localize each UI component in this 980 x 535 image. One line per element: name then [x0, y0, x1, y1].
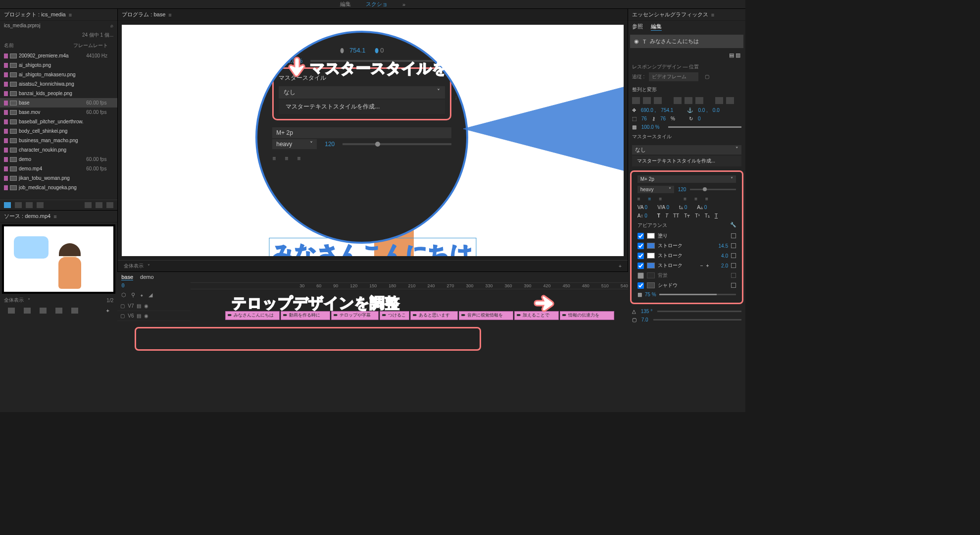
new-bin-icon[interactable] — [85, 202, 92, 208]
asset-row[interactable]: jikan_tobu_woman.png — [0, 173, 117, 183]
align-left-icon[interactable]: ≡ — [637, 196, 640, 202]
eyedropper-icon[interactable] — [731, 243, 736, 248]
source-monitor[interactable] — [2, 224, 115, 294]
asset-row[interactable]: demo.mp460.00 fps — [0, 164, 117, 173]
mark-out-icon[interactable] — [71, 308, 78, 314]
asset-row[interactable]: aisatsu2_konnichiwa.png — [0, 79, 117, 89]
new-layer-icon[interactable]: ▤ — [729, 52, 734, 58]
pin-box-icon[interactable]: ▢ — [705, 74, 709, 79]
pos-x[interactable]: 690.0 , — [641, 107, 656, 113]
eyedropper-icon[interactable] — [731, 263, 736, 268]
anchor-y[interactable]: 0.0 — [713, 107, 720, 113]
layer-item[interactable]: ◉ T みなさんこんにちは — [630, 35, 743, 48]
asset-row[interactable]: base60.00 fps — [0, 98, 117, 107]
plus-icon[interactable]: + — [706, 263, 709, 268]
scale-h[interactable]: 76 — [660, 116, 666, 121]
asset-row[interactable]: baseball_pitcher_underthrow. — [0, 117, 117, 126]
wrench-icon[interactable]: 🔧 — [730, 222, 736, 229]
align-top-icon[interactable] — [674, 97, 682, 104]
asset-row[interactable]: job_medical_nougeka.png — [0, 183, 117, 192]
box-val[interactable]: 7.0 — [641, 317, 648, 322]
fit-select[interactable]: 全体表示 — [124, 263, 144, 269]
timeline-tab-base[interactable]: base — [121, 274, 133, 280]
panel-menu-icon[interactable]: ≡ — [53, 214, 56, 219]
stroke3-val[interactable]: 2.0 — [721, 263, 728, 268]
add-marker-icon[interactable]: + — [106, 308, 109, 314]
subscript-icon[interactable]: T₁ — [705, 213, 710, 218]
align-right-icon[interactable]: ≡ — [659, 196, 662, 202]
superscript-icon[interactable]: T¹ — [695, 213, 699, 218]
rotation-val[interactable]: 0 — [698, 116, 701, 121]
minus-icon[interactable]: − — [700, 263, 703, 268]
distribute-v-icon[interactable] — [726, 97, 734, 104]
font-weight-select[interactable]: heavy˅ — [637, 186, 674, 193]
align-top-icon[interactable]: ≡ — [684, 196, 686, 202]
align-bottom-icon[interactable] — [695, 97, 703, 104]
panel-menu-icon[interactable]: ≡ — [69, 12, 72, 18]
align-right-icon[interactable]: ≡ — [297, 155, 300, 162]
fit-select[interactable]: 全体表示 — [4, 297, 24, 304]
list-view-icon[interactable] — [4, 202, 11, 208]
play-icon[interactable] — [40, 308, 47, 314]
align-center-icon[interactable]: ≡ — [285, 155, 288, 162]
asset-row[interactable]: character_noukin.png — [0, 145, 117, 155]
new-group-icon[interactable]: ▥ — [735, 52, 740, 58]
stroke3-swatch[interactable] — [647, 263, 655, 268]
align-right-icon[interactable] — [654, 97, 662, 104]
anchor-x[interactable]: 0.0 , — [698, 107, 707, 113]
new-item-icon[interactable] — [96, 202, 102, 208]
asset-row[interactable]: banzai_kids_people.png — [0, 89, 117, 98]
timecode[interactable]: 0 — [117, 282, 191, 289]
shadow-swatch[interactable] — [647, 282, 655, 288]
link-icon[interactable]: ⚷ — [652, 116, 655, 121]
asset-row[interactable]: demo60.00 fps — [0, 155, 117, 164]
zoom-slider-value[interactable]: 120 — [325, 141, 335, 148]
col-fps[interactable]: フレームレート — [73, 42, 108, 49]
snap-icon[interactable]: ⬡ — [121, 292, 126, 298]
align-center-icon[interactable]: ≡ — [648, 196, 651, 202]
zoom-slider-icon[interactable] — [37, 202, 44, 208]
font-size-val[interactable]: 120 — [678, 187, 686, 192]
stroke2-val[interactable]: 4.0 — [721, 253, 728, 259]
fill-swatch[interactable] — [647, 233, 655, 239]
asset-row[interactable]: ai_shigoto_makaseru.png — [0, 70, 117, 79]
step-back-icon[interactable] — [24, 308, 31, 314]
stroke2-swatch[interactable] — [647, 253, 655, 259]
timeline-tab-demo[interactable]: demo — [140, 274, 154, 280]
align-center-h-icon[interactable] — [643, 97, 651, 104]
asset-row[interactable]: business_man_macho.png — [0, 136, 117, 145]
timeline-clip[interactable]: 🠶 音声に視覚情報を — [459, 311, 513, 320]
distribute-h-icon[interactable] — [715, 97, 723, 104]
shadow-checkbox[interactable] — [637, 282, 644, 289]
asset-row[interactable]: base.mov60.00 fps — [0, 107, 117, 117]
eye-icon[interactable]: ◉ — [634, 38, 639, 45]
asset-row[interactable]: 200902_premiere.m4a44100 Hz — [0, 51, 117, 60]
eyedropper-icon[interactable] — [731, 253, 736, 258]
bg-checkbox[interactable] — [637, 272, 644, 279]
zoom-create-master-style[interactable]: マスターテキストスタイルを作成... — [279, 100, 445, 114]
stroke1-val[interactable]: 14.5 — [719, 243, 728, 249]
mark-in-icon[interactable] — [8, 308, 15, 314]
asset-list[interactable]: 200902_premiere.m4a44100 Hzai_shigoto.pn… — [0, 51, 117, 200]
create-master-style[interactable]: マスターテキストスタイルを作成... — [632, 156, 741, 166]
timeline-clip[interactable]: 🠶 情報の伝達力を — [560, 311, 614, 320]
align-middle-icon[interactable]: ≡ — [694, 196, 697, 202]
add-marker-icon[interactable]: + — [619, 264, 622, 269]
panel-menu-icon[interactable]: ≡ — [168, 12, 171, 18]
timeline-clip[interactable]: 🠶 あると思います — [410, 311, 458, 320]
search-icon[interactable]: ⌕ — [110, 23, 113, 28]
align-bottom-icon[interactable]: ≡ — [705, 196, 708, 202]
follow-select[interactable]: ビデオフレーム — [649, 72, 698, 81]
track-v6[interactable]: ▢V6▤◉ — [117, 311, 191, 321]
angle-val[interactable]: 135 ° — [641, 309, 652, 314]
pos-y[interactable]: 754.1 — [661, 107, 673, 113]
master-style-select[interactable]: なし˅ — [632, 145, 741, 155]
track-v7[interactable]: ▢V7▤◉ — [117, 301, 191, 311]
opacity-val[interactable]: 100.0 % — [641, 124, 660, 130]
fill-checkbox[interactable] — [637, 233, 644, 239]
align-left-icon[interactable]: ≡ — [272, 155, 276, 162]
eyedropper-icon[interactable] — [731, 233, 736, 238]
asset-row[interactable]: ai_shigoto.png — [0, 60, 117, 70]
eyedropper-icon[interactable] — [731, 283, 736, 288]
bold-icon[interactable]: T — [657, 213, 660, 218]
